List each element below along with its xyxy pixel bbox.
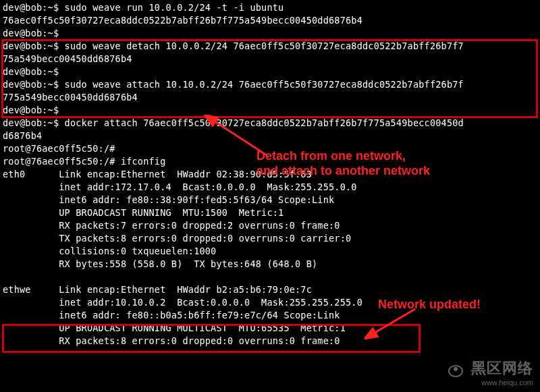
watermark-url: www.heiqu.com — [447, 379, 533, 387]
watermark-title: 黑区网络 — [471, 360, 533, 376]
terminal-output: dev@bob:~$ sudo weave run 10.0.0.2/24 -t… — [0, 0, 540, 349]
watermark-icon — [447, 364, 464, 379]
svg-point-3 — [454, 367, 458, 371]
watermark: 黑区网络 www.heiqu.com — [447, 360, 533, 387]
